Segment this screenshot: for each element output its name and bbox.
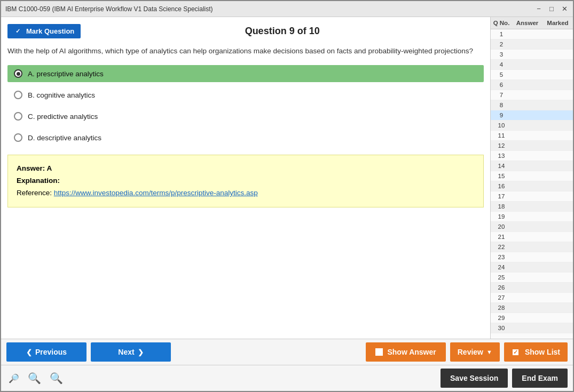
right-panel: Q No. Answer Marked 1 2 3 4 5: [490, 17, 573, 339]
q-answer: [512, 103, 542, 107]
mark-question-button[interactable]: ✓ Mark Question: [7, 24, 81, 38]
table-row[interactable]: 23: [491, 252, 573, 262]
table-row[interactable]: 12: [491, 141, 573, 151]
option-d[interactable]: D. descriptive analytics: [7, 129, 484, 146]
show-list-label: Show List: [525, 348, 560, 356]
q-number: 12: [491, 141, 512, 150]
minimize-button[interactable]: −: [534, 5, 543, 13]
option-a[interactable]: A. prescriptive analytics: [7, 65, 484, 82]
end-exam-button[interactable]: End Exam: [512, 369, 568, 388]
zoom-in-button[interactable]: 🔎: [6, 372, 21, 385]
table-row[interactable]: 21: [491, 232, 573, 242]
zoom-out-button[interactable]: 🔍: [48, 371, 65, 386]
q-number: 26: [491, 283, 512, 292]
previous-label: Previous: [35, 348, 67, 356]
q-answer: [512, 215, 542, 218]
table-row[interactable]: 30: [491, 323, 573, 333]
table-row[interactable]: 4: [491, 60, 573, 70]
table-row[interactable]: 2: [491, 39, 573, 50]
q-marked: [542, 306, 573, 309]
table-row[interactable]: 7: [491, 90, 573, 100]
table-row[interactable]: 5: [491, 70, 573, 80]
q-marked: [542, 195, 573, 198]
q-number: 16: [491, 181, 512, 191]
q-answer: [512, 144, 542, 147]
q-answer: [512, 134, 542, 137]
table-row[interactable]: 29: [491, 313, 573, 323]
q-marked: [542, 215, 573, 218]
reference-link[interactable]: https://www.investopedia.com/terms/p/pre…: [54, 189, 258, 197]
q-number: 11: [491, 131, 512, 140]
q-marked: [542, 225, 573, 228]
close-button[interactable]: ✕: [560, 5, 569, 13]
radio-d: [14, 133, 22, 142]
end-exam-label: End Exam: [522, 374, 558, 382]
maximize-button[interactable]: □: [547, 5, 556, 13]
table-row[interactable]: 13: [491, 151, 573, 161]
previous-button[interactable]: Previous: [6, 342, 87, 362]
table-row[interactable]: 1: [491, 29, 573, 39]
zoom-out-icon: 🔍: [50, 372, 63, 384]
table-row[interactable]: 10: [491, 121, 573, 131]
next-button[interactable]: Next: [91, 342, 171, 362]
q-marked: [542, 93, 573, 97]
table-row[interactable]: 26: [491, 283, 573, 293]
table-row[interactable]: 14: [491, 161, 573, 171]
q-marked: [542, 154, 573, 157]
table-row[interactable]: 19: [491, 212, 573, 222]
option-b[interactable]: B. cognitive analytics: [7, 86, 484, 103]
table-row[interactable]: 11: [491, 131, 573, 141]
title-bar: IBM C1000-059 (IBM AI Enterprise Workflo…: [1, 1, 573, 17]
zoom-in-icon: 🔎: [9, 374, 19, 383]
save-session-button[interactable]: Save Session: [441, 369, 508, 388]
review-button[interactable]: Review ▼: [450, 342, 500, 362]
table-row[interactable]: 15: [491, 171, 573, 181]
q-answer: [512, 164, 542, 167]
q-marked: [542, 245, 573, 249]
table-row[interactable]: 17: [491, 191, 573, 202]
table-row[interactable]: 20: [491, 222, 573, 232]
q-answer: [512, 63, 542, 66]
toolbar: ✓ Mark Question Question 9 of 10: [7, 21, 484, 41]
question-list[interactable]: 1 2 3 4 5 6 7 8: [491, 29, 573, 339]
q-marked: [542, 164, 573, 167]
q-answer: [512, 33, 542, 36]
q-marked: [542, 124, 573, 127]
q-answer: [512, 225, 542, 228]
q-number: 17: [491, 191, 512, 201]
table-row[interactable]: 25: [491, 273, 573, 283]
chevron-right-icon: [138, 348, 144, 356]
q-answer: [512, 195, 542, 198]
q-answer: [512, 154, 542, 157]
q-marked: [542, 316, 573, 319]
option-c[interactable]: C. predictive analytics: [7, 108, 484, 125]
q-answer: [512, 286, 542, 289]
app-window: IBM C1000-059 (IBM AI Enterprise Workflo…: [0, 0, 574, 392]
table-row[interactable]: 16: [491, 181, 573, 191]
header-marked: Marked: [542, 17, 573, 29]
zoom-reset-button[interactable]: 🔍: [26, 371, 43, 386]
q-number: 21: [491, 232, 512, 242]
q-answer: [512, 114, 542, 117]
q-answer: [512, 174, 542, 178]
table-row[interactable]: 6: [491, 80, 573, 90]
table-row[interactable]: 8: [491, 100, 573, 110]
show-list-button[interactable]: ✓ Show List: [504, 342, 568, 362]
table-row[interactable]: 28: [491, 303, 573, 313]
q-number: 4: [491, 60, 512, 69]
table-row[interactable]: 27: [491, 293, 573, 303]
table-row[interactable]: 9: [491, 110, 573, 121]
q-number: 1: [491, 29, 512, 39]
show-answer-button[interactable]: Show Answer: [366, 342, 445, 362]
review-label: Review: [458, 348, 483, 356]
table-row[interactable]: 18: [491, 202, 573, 212]
q-number: 24: [491, 262, 512, 272]
q-answer: [512, 185, 542, 188]
q-marked: [542, 53, 573, 56]
answer-box: Answer: A Explanation: Reference: https:…: [7, 155, 484, 207]
bottom-bar: Previous Next Show Answer Review ▼ ✓ Sho…: [1, 339, 573, 365]
table-row[interactable]: 3: [491, 50, 573, 60]
table-row[interactable]: 22: [491, 242, 573, 252]
main-content: ✓ Mark Question Question 9 of 10 With th…: [1, 17, 573, 339]
table-row[interactable]: 24: [491, 262, 573, 273]
